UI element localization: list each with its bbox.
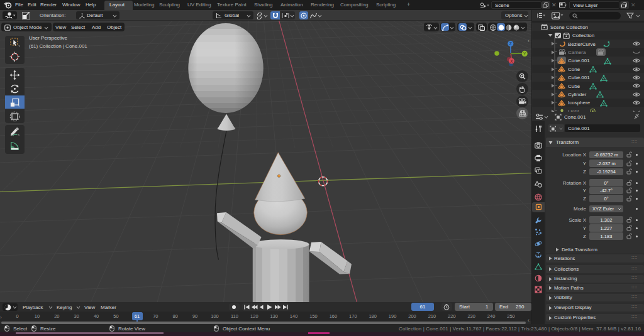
svg-text:Y: Y — [523, 51, 526, 56]
svg-text:X: X — [510, 59, 513, 63]
svg-text:Z: Z — [509, 41, 512, 46]
